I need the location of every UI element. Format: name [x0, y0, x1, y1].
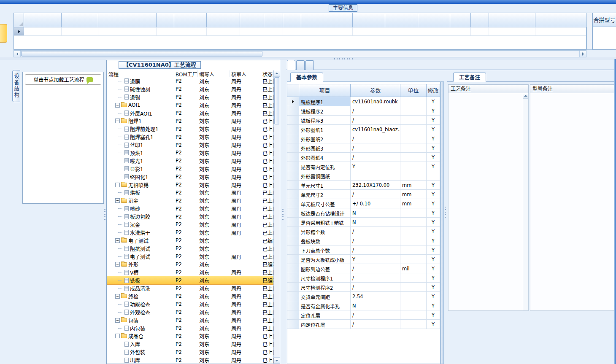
row-selector-cell[interactable] [287, 227, 299, 236]
param-row[interactable]: 是否有金属化半孔 N Y [287, 301, 440, 310]
main-grid-vertical-scrollbar[interactable] [586, 13, 592, 50]
tree-collapse-icon[interactable] [115, 198, 120, 203]
row-selector-cell[interactable] [287, 273, 299, 282]
tree-collapse-icon[interactable] [115, 183, 120, 187]
scroll-up-icon[interactable] [274, 70, 280, 77]
row-selector-cell[interactable] [287, 255, 299, 264]
param-value[interactable]: / [351, 245, 400, 254]
splitter-grip[interactable] [334, 58, 353, 59]
param-row[interactable]: 尺寸检测程序1 / Y [287, 273, 440, 283]
column-header[interactable] [471, 13, 489, 27]
param-row[interactable]: 单元板尺寸公差 +/-0.10 mm Y [287, 199, 440, 208]
row-selector-cell[interactable] [287, 134, 299, 143]
param-col-modify[interactable]: 修改 [427, 84, 440, 97]
flow-tree-row[interactable]: 沉金 P2 刘东 周丹 已上区 [107, 197, 280, 205]
scroll-down-icon[interactable] [274, 357, 280, 364]
column-header[interactable] [385, 13, 418, 27]
param-value[interactable]: / [351, 264, 400, 273]
param-value[interactable]: / [351, 227, 400, 236]
row-selector-cell[interactable] [287, 153, 299, 162]
process-notes-textarea[interactable] [448, 93, 529, 311]
flow-tree-row[interactable]: 退锡 P2 刘东 周丹 已上区 [107, 93, 280, 101]
column-header[interactable] [353, 13, 385, 27]
detail-tab[interactable] [287, 60, 295, 70]
param-col-unit[interactable]: 单位 [400, 84, 427, 97]
flow-col-writer[interactable]: 编写人 [198, 70, 230, 77]
flow-tree-row[interactable]: 显影1 P2 刘东 周丹 已上区 [107, 165, 280, 173]
column-header[interactable] [24, 13, 62, 27]
row-selector-cell[interactable] [287, 106, 299, 115]
vertical-splitter-grip[interactable] [282, 209, 284, 221]
scroll-right-icon[interactable] [579, 51, 586, 57]
param-value[interactable]: / [351, 134, 400, 143]
column-header[interactable] [535, 13, 587, 27]
param-row[interactable]: 外形露铜图纸 [287, 171, 440, 181]
column-header[interactable] [157, 13, 174, 27]
param-row[interactable]: 外形图纸4 / Y [287, 153, 440, 162]
flow-tree-row[interactable]: 终检 P2 刘东 周丹 已上区 [107, 292, 280, 300]
flow-tree-row[interactable]: 曝光1 P2 刘东 周丹 已上区 [107, 157, 280, 165]
flow-tree-row[interactable]: 外观检查 P2 刘东 周丹 已上区 [107, 308, 280, 316]
row-selector-cell[interactable] [287, 264, 299, 273]
tree-collapse-icon[interactable] [115, 294, 120, 299]
flow-tree-row[interactable]: 预烘1 P2 刘东 周丹 已上区 [107, 149, 280, 157]
flow-tree-row[interactable]: 碱性蚀刻 P2 刘东 周丹 已上区 [107, 85, 280, 93]
param-row[interactable]: 板边是否有钻槽设计 N Y [287, 208, 440, 218]
flow-vertical-scrollbar[interactable] [273, 70, 280, 364]
param-row[interactable]: 铣板程序3 / Y [287, 116, 440, 125]
param-row[interactable]: 是否有内定位孔 Y Y [287, 162, 440, 171]
param-value[interactable]: / [351, 273, 400, 282]
param-value[interactable] [351, 171, 400, 180]
row-selector-cell[interactable] [287, 310, 299, 319]
param-row[interactable]: 尺寸检测程序2 / Y [287, 283, 440, 292]
notes-scrollbar[interactable] [523, 93, 528, 310]
param-grid-scrollbar[interactable] [440, 81, 444, 364]
tree-collapse-icon[interactable] [115, 318, 120, 323]
column-header[interactable]: 合拼型号 [593, 13, 616, 27]
param-row[interactable]: 铣板程序2 / Y [287, 106, 440, 116]
flow-tree-row[interactable]: 内包装 P2 刘东 周丹 已上区 [107, 324, 280, 332]
row-selector-cell[interactable] [287, 143, 299, 152]
param-value[interactable]: / [351, 143, 400, 152]
flow-col-bom-factory[interactable]: BOM工厂 [174, 70, 198, 77]
flow-col-process[interactable]: 流程 [107, 70, 174, 77]
row-selector-cell[interactable] [287, 292, 299, 301]
flow-tree-row[interactable]: 包装 P2 刘东 周丹 已上区 [107, 316, 280, 324]
param-row[interactable]: 是否为大板铣成小板 Y Y [287, 255, 440, 264]
row-selector-cell[interactable] [287, 125, 299, 134]
row-selector-cell[interactable] [287, 283, 299, 291]
param-row[interactable]: 下刀点总个数 / Y [287, 245, 440, 255]
sidebar-tab-equipment-structure[interactable]: 设备结构 [12, 70, 20, 102]
tree-collapse-icon[interactable] [115, 238, 120, 243]
tree-collapse-icon[interactable] [115, 262, 120, 267]
flow-tree-row[interactable]: 出库 P2 刘东 周丹 已上区 [107, 356, 280, 364]
scrollbar-thumb[interactable] [21, 51, 262, 57]
flow-tree-row[interactable]: AOI1 P2 刘东 周丹 已上区 [107, 101, 280, 109]
param-row[interactable]: 单元尺寸2 / mm Y [287, 190, 440, 199]
row-selector-cell[interactable] [287, 199, 299, 208]
vertical-splitter-grip[interactable] [445, 207, 446, 219]
flow-tree-row[interactable]: 丝印1 P2 刘东 周丹 已上区 [107, 141, 280, 149]
column-header[interactable] [240, 13, 264, 27]
param-value[interactable]: N [351, 218, 400, 226]
row-selector-cell[interactable] [287, 162, 299, 171]
column-header[interactable] [418, 13, 450, 27]
param-row[interactable]: 外形图纸1 cv11601na0_biaoz... Y [287, 125, 440, 134]
flow-tree-row[interactable]: 外层AOI1 P2 刘东 周丹 已上区 [107, 109, 280, 117]
param-value[interactable]: / [351, 283, 400, 291]
flow-tree-row[interactable]: 阻焊前处理1 P2 刘东 周丹 已上区 [107, 125, 280, 133]
row-selector-cell[interactable] [287, 218, 299, 226]
flow-col-reviewer[interactable]: 核审人 [230, 70, 261, 77]
main-info-data-row[interactable] [14, 27, 586, 36]
collapsed-panel-tab[interactable] [0, 24, 7, 43]
flow-tree-row[interactable]: 功能检查 P2 刘东 周丹 已上区 [107, 300, 280, 308]
row-selector-cell[interactable] [287, 320, 299, 329]
param-value[interactable]: 232.10X170.00 [351, 181, 400, 189]
row-selector-cell[interactable] [287, 190, 299, 199]
row-selector-cell[interactable] [287, 208, 299, 217]
param-row[interactable]: 图形到边公差 / mil Y [287, 264, 440, 273]
row-selector-cell[interactable] [287, 116, 299, 124]
scroll-up-icon[interactable] [523, 93, 528, 99]
flow-tree-row[interactable]: 退膜 P2 刘东 周丹 已上区 [107, 77, 280, 85]
param-value[interactable]: / [351, 153, 400, 162]
